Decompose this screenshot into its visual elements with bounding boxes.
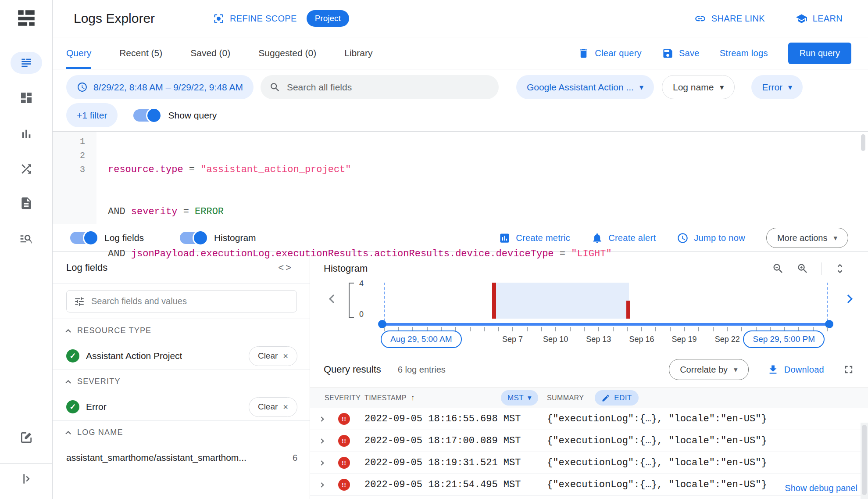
histogram-prev-button[interactable] — [330, 296, 336, 304]
timezone-chip[interactable]: MST ▾ — [501, 390, 538, 406]
jump-to-now-button[interactable]: Jump to now — [677, 232, 745, 244]
more-actions-button[interactable]: More actions ▾ — [766, 228, 848, 248]
log-name-filter-chip[interactable]: Log name ▾ — [662, 75, 735, 99]
section-severity: SEVERITY ✓ Error Clear × — [53, 370, 310, 420]
expand-vertical-icon[interactable] — [834, 262, 846, 275]
table-row[interactable]: !! 2022-09-05 18:17:00.089 MST {"executi… — [310, 430, 868, 452]
nav-logs-metrics[interactable] — [11, 123, 42, 145]
edit-summary-button[interactable]: EDIT — [595, 390, 638, 406]
error-severity-icon: !! — [338, 479, 350, 491]
histogram-next-button[interactable] — [845, 296, 851, 304]
log-fields-search-input[interactable] — [91, 296, 289, 306]
clear-query-button[interactable]: Clear query — [578, 47, 642, 59]
time-range-slider[interactable] — [382, 323, 829, 326]
tab-library[interactable]: Library — [344, 37, 372, 69]
chevron-up-icon — [65, 380, 71, 386]
nav-log-storage[interactable] — [11, 192, 42, 214]
timestamp-cell: 2022-09-05 18:17:00.089 MST — [364, 435, 547, 446]
histogram-tick-label: Sep 19 — [672, 335, 697, 344]
table-row[interactable]: !! 2022-09-05 18:16:55.698 MST {"executi… — [310, 408, 868, 430]
query-code[interactable]: resource.type = "assistant_action_projec… — [96, 132, 612, 224]
line-number: 1 — [53, 135, 85, 149]
range-end-pill[interactable]: Sep 29, 5:00 PM — [743, 330, 825, 348]
save-button[interactable]: Save — [662, 47, 700, 59]
tab-bar: Query Recent (5) Saved (0) Suggested (0)… — [53, 37, 868, 69]
fullscreen-icon — [843, 363, 855, 376]
item-label: assistant_smarthome/assistant_smarthom..… — [66, 452, 246, 463]
section-resource-type-header[interactable]: RESOURCE TYPE — [53, 319, 310, 342]
section-title: RESOURCE TYPE — [77, 326, 151, 335]
stream-logs-button[interactable]: Stream logs — [720, 48, 768, 58]
tab-suggested[interactable]: Suggested (0) — [258, 37, 316, 69]
download-button[interactable]: Download — [767, 364, 824, 376]
histogram-selection[interactable] — [492, 283, 629, 319]
histogram-toggle[interactable] — [180, 232, 207, 244]
correlate-by-button[interactable]: Correlate by ▾ — [669, 359, 748, 380]
refine-scope-button[interactable]: REFINE SCOPE — [213, 13, 297, 25]
y-axis-max-label: 4 — [359, 279, 364, 288]
zoom-in-icon[interactable] — [797, 262, 809, 275]
severity-filter-chip[interactable]: Error ▾ — [751, 75, 803, 99]
caret-down-icon: ▾ — [833, 233, 837, 243]
expand-row-button[interactable] — [310, 417, 332, 421]
column-timestamp[interactable]: TIMESTAMP — [364, 394, 407, 402]
section-title: LOG NAME — [77, 428, 123, 437]
results-scrollbar-thumb[interactable] — [862, 425, 867, 495]
nav-logs-router[interactable] — [11, 158, 42, 180]
expand-row-button[interactable] — [310, 483, 332, 487]
graduation-cap-icon — [796, 13, 807, 25]
query-editor[interactable]: 1 2 3 resource.type = "assistant_action_… — [53, 131, 868, 224]
cloud-logging-logo-icon[interactable] — [14, 5, 39, 30]
expand-row-button[interactable] — [310, 461, 332, 465]
nav-log-analytics[interactable] — [11, 227, 42, 249]
table-row[interactable]: !! 2022-09-05 18:19:31.521 MST {"executi… — [310, 452, 868, 474]
nav-logs-explorer[interactable] — [11, 52, 42, 74]
show-query-toggle[interactable] — [133, 109, 161, 122]
add-filter-chip[interactable]: +1 filter — [66, 103, 118, 127]
zoom-out-icon[interactable] — [772, 262, 784, 275]
page-title: Logs Explorer — [74, 11, 155, 26]
histogram-tick-label: Sep 16 — [629, 335, 654, 344]
expand-row-button[interactable] — [310, 439, 332, 443]
severity-item[interactable]: ✓ Error Clear × — [53, 393, 310, 420]
editor-scrollbar-thumb[interactable] — [861, 134, 865, 151]
nav-logs-dashboard[interactable] — [11, 87, 42, 109]
project-scope-badge[interactable]: Project — [307, 10, 349, 27]
section-severity-header[interactable]: SEVERITY — [53, 370, 310, 393]
tab-saved[interactable]: Saved (0) — [190, 37, 230, 69]
summary-cell: {"executionLog":{…}, "locale":"en-US"} — [547, 435, 868, 446]
section-log-name-header[interactable]: LOG NAME — [53, 421, 310, 444]
caret-down-icon: ▾ — [788, 83, 792, 92]
feedback-icon[interactable] — [11, 427, 42, 449]
resource-filter-label: Google Assistant Action ... — [527, 82, 634, 93]
resource-type-item[interactable]: ✓ Assistant Action Project Clear × — [53, 342, 310, 370]
range-start-pill[interactable]: Aug 29, 5:00 AM — [381, 330, 462, 348]
log-fields-toggle[interactable] — [70, 232, 97, 244]
expand-panel-icon[interactable] — [11, 468, 42, 490]
histogram-tick-label: Sep 7 — [502, 335, 523, 344]
section-title: SEVERITY — [77, 377, 121, 386]
sort-ascending-icon[interactable]: ↑ — [411, 393, 415, 402]
tab-query[interactable]: Query — [66, 37, 91, 69]
query-line: resource.type = "assistant_action_projec… — [108, 163, 612, 177]
query-line: AND severity = ERROR — [108, 205, 612, 219]
search-all-fields-input[interactable] — [287, 82, 490, 93]
resource-filter-chip[interactable]: Google Assistant Action ... ▾ — [516, 75, 654, 99]
clear-severity-button[interactable]: Clear × — [249, 397, 297, 417]
clear-resource-type-button[interactable]: Clear × — [249, 346, 297, 366]
histogram-plot — [384, 283, 828, 319]
fullscreen-button[interactable] — [843, 363, 855, 376]
jump-to-now-label: Jump to now — [694, 233, 745, 243]
time-range-chip[interactable]: 8/29/22, 8:48 AM – 9/29/22, 9:48 AM — [66, 75, 254, 99]
filters-section: 8/29/22, 8:48 AM – 9/29/22, 9:48 AM Goog… — [53, 69, 868, 131]
learn-button[interactable]: LEARN — [796, 13, 843, 25]
share-link-button[interactable]: SHARE LINK — [694, 13, 765, 25]
log-fields-search — [66, 290, 297, 312]
pencil-icon — [601, 394, 610, 402]
histogram-y-axis — [349, 283, 354, 318]
run-query-button[interactable]: Run query — [788, 43, 851, 64]
chevron-right-icon — [844, 294, 853, 303]
tab-recent[interactable]: Recent (5) — [119, 37, 162, 69]
log-name-item[interactable]: assistant_smarthome/assistant_smarthom..… — [53, 444, 310, 471]
show-debug-panel-link[interactable]: Show debug panel — [780, 481, 858, 495]
